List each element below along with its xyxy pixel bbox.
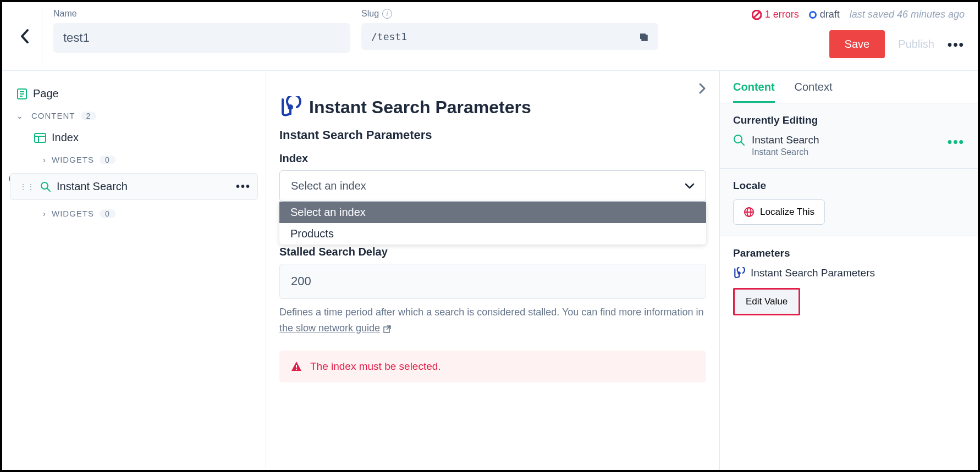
copy-icon[interactable]: [638, 32, 648, 42]
info-icon[interactable]: i: [382, 9, 392, 19]
last-saved-text: last saved 46 minutes ago: [850, 9, 965, 20]
chevron-right-icon: ›: [43, 155, 46, 164]
sidebar-section-widgets-2[interactable]: › WIDGETS 0: [10, 203, 258, 224]
draft-dot-icon: [809, 11, 817, 19]
draft-badge: draft: [809, 9, 840, 20]
locale-heading: Locale: [733, 180, 965, 192]
stalled-delay-input[interactable]: 200: [279, 264, 706, 299]
item-more-button[interactable]: •••: [236, 180, 251, 193]
name-input[interactable]: test1: [53, 23, 350, 53]
svg-point-14: [41, 182, 48, 189]
main-content: Instant Search Parameters Instant Search…: [266, 71, 719, 470]
svg-point-16: [288, 104, 293, 110]
index-select[interactable]: Select an index: [279, 170, 706, 202]
svg-line-4: [754, 12, 759, 18]
chevron-down-icon: [685, 183, 695, 190]
tab-context[interactable]: Context: [795, 81, 833, 103]
sidebar: Page ⌄ CONTENT 2 Index › WIDGETS 0: [2, 71, 266, 470]
widgets-count-badge: 0: [100, 156, 115, 164]
right-panel: Content Context Currently Editing Instan…: [719, 71, 978, 470]
index-icon: [34, 133, 46, 143]
warning-icon: [290, 360, 302, 373]
index-field-label: Index: [279, 152, 706, 165]
main-subtitle: Instant Search Parameters: [279, 128, 706, 142]
sidebar-section-widgets-1[interactable]: › WIDGETS 0: [10, 149, 258, 170]
search-icon: [40, 181, 51, 192]
editing-item-title: Instant Search: [752, 134, 819, 146]
slow-network-guide-link[interactable]: the slow network guide: [279, 323, 380, 334]
error-icon: [752, 10, 762, 20]
drag-handle-icon[interactable]: ⋮⋮: [19, 182, 35, 191]
error-banner: The index must be selected.: [279, 351, 706, 382]
svg-line-21: [741, 142, 744, 145]
svg-point-25: [737, 271, 741, 275]
svg-rect-2: [642, 35, 647, 41]
stalled-delay-label: Stalled Search Delay: [279, 246, 706, 258]
publish-button[interactable]: Publish: [898, 38, 934, 51]
parameters-heading: Parameters: [733, 247, 965, 259]
slug-input[interactable]: /test1: [361, 23, 658, 50]
sidebar-item-index[interactable]: Index: [10, 126, 258, 149]
edit-value-button[interactable]: Edit Value: [733, 288, 800, 315]
chevron-right-icon: ›: [43, 209, 46, 218]
globe-icon: [744, 207, 755, 218]
algolia-icon: [733, 267, 745, 279]
editing-more-button[interactable]: •••: [948, 134, 965, 149]
svg-line-15: [47, 188, 50, 191]
search-icon: [733, 134, 745, 146]
index-dropdown: Select an index Products: [279, 202, 706, 245]
collapse-panel-button[interactable]: [698, 82, 706, 95]
widgets-count-badge: 0: [100, 209, 115, 218]
back-button[interactable]: [20, 28, 31, 45]
help-text: Defines a time period after which a sear…: [279, 304, 706, 336]
svg-point-19: [296, 368, 297, 369]
name-label: Name: [53, 9, 350, 19]
sidebar-item-instant-search[interactable]: ⋮⋮ Instant Search •••: [10, 173, 258, 200]
algolia-icon: [279, 96, 301, 118]
dropdown-option-placeholder[interactable]: Select an index: [279, 202, 706, 223]
main-title: Instant Search Parameters: [309, 97, 531, 118]
localize-button[interactable]: Localize This: [733, 199, 825, 225]
sidebar-section-content[interactable]: ⌄ CONTENT 2: [10, 105, 258, 126]
editing-item-subtitle: Instant Search: [752, 147, 819, 157]
content-count-badge: 2: [81, 112, 97, 120]
chevron-down-icon: ⌄: [16, 112, 24, 120]
svg-rect-9: [35, 134, 46, 142]
external-link-icon: [383, 324, 392, 333]
tab-content[interactable]: Content: [733, 81, 775, 103]
more-menu-button[interactable]: •••: [948, 37, 965, 52]
sidebar-item-page[interactable]: Page: [10, 82, 258, 105]
save-button[interactable]: Save: [829, 30, 885, 58]
errors-badge[interactable]: 1 errors: [752, 9, 799, 20]
currently-editing-heading: Currently Editing: [733, 114, 965, 126]
slug-label: Slug: [361, 9, 379, 19]
dropdown-option-products[interactable]: Products: [279, 223, 706, 245]
parameters-item[interactable]: Instant Search Parameters: [733, 267, 965, 279]
page-icon: [16, 88, 27, 100]
